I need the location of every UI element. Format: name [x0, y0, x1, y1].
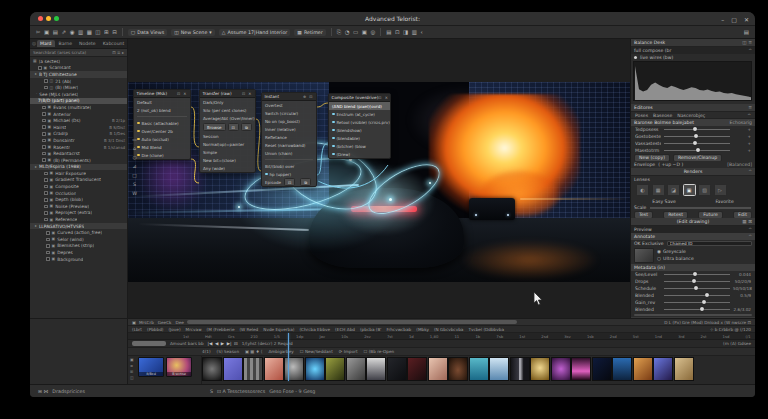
tree-row[interactable]: ▣ Curved (action_free)	[30, 229, 127, 236]
tree-row[interactable]: ▣ Gradient Translucent	[30, 177, 127, 184]
tree-row[interactable]: ▣ Reproject (extra)	[30, 210, 127, 217]
node-button[interactable]: ⊡	[284, 178, 295, 186]
panel-tab[interactable]: Kabcount	[100, 40, 128, 47]
node-port[interactable]	[137, 130, 140, 133]
layer-visibility-checkbox[interactable]	[42, 132, 46, 136]
layer-visibility-checkbox[interactable]	[46, 231, 50, 235]
toolbar-icon[interactable]: ▥	[412, 27, 417, 37]
viewport-tool-icon[interactable]: ○	[132, 155, 136, 160]
exclusive-input[interactable]	[667, 241, 752, 247]
track-icon[interactable]: ⊞	[130, 369, 136, 374]
toolbar-icon[interactable]: ⊟	[112, 27, 117, 37]
clip-thumbnail[interactable]	[264, 357, 284, 381]
node-wire[interactable]	[317, 143, 328, 175]
layer-visibility-checkbox[interactable]	[44, 205, 48, 209]
envelope-values[interactable]: ( +up ~D )	[658, 162, 683, 167]
toolbar-icon[interactable]: ▤	[386, 27, 391, 37]
remove-cleanup-button[interactable]: Remove/Cleanup	[673, 154, 722, 161]
tree-row[interactable]: ▣ Depres	[30, 249, 127, 256]
node-row[interactable]: hp (upper)	[262, 170, 316, 178]
slider-track[interactable]	[664, 309, 730, 310]
node-row[interactable]: Silo (per cent clones)	[200, 106, 255, 114]
node-port[interactable]	[332, 113, 335, 116]
timeline-header-label[interactable]: Dee	[176, 320, 184, 325]
node-port[interactable]	[265, 173, 268, 176]
node-row[interactable]: Overtest	[262, 101, 316, 109]
node-row[interactable]: Browse⊡⧉	[200, 122, 255, 132]
slider-track[interactable]	[664, 136, 730, 137]
clip-thumbnail[interactable]	[448, 357, 468, 381]
tree-row[interactable]: ▣ Noise (Preview)	[30, 203, 127, 210]
edit-drawing-header[interactable]: (Edit drawing) ▦ ⊠	[631, 218, 755, 226]
timeline-menu-item[interactable]: (ECH Abd	[335, 327, 355, 332]
slider-handle[interactable]	[693, 141, 697, 145]
transport-button[interactable]: ▶	[221, 341, 224, 346]
layer-visibility-checkbox[interactable]	[44, 79, 48, 83]
node-header[interactable]: Composite (overdrive)⊡ ✕	[329, 94, 390, 102]
slider-handle[interactable]	[692, 279, 696, 283]
layer-visibility-checkbox[interactable]	[44, 191, 48, 195]
toolbar-icon[interactable]: ⎘	[337, 27, 341, 37]
node-wire[interactable]	[317, 103, 328, 107]
toolbar-icon[interactable]: ▦	[87, 27, 92, 37]
status-left-icons[interactable]: ⊞ ⋈	[38, 389, 48, 394]
node-row[interactable]: Mid Blend	[134, 143, 190, 151]
effects-tab[interactable]: Baseose	[653, 113, 672, 118]
layer-visibility-checkbox[interactable]	[42, 125, 46, 129]
timeline-menu-item[interactable]: Nvde Eqverba)	[263, 327, 294, 332]
tree-row[interactable]: ◫ (B) (Mixer)	[30, 84, 127, 91]
envelope-mode[interactable]: [Balanced]	[727, 162, 752, 167]
renders-section-header[interactable]: Renders ^	[631, 168, 755, 176]
node-row[interactable]: Episode⊡⧉	[262, 178, 316, 186]
panel-scrollbar[interactable]	[634, 314, 752, 316]
layer-visibility-checkbox[interactable]	[38, 66, 42, 70]
layer-visibility-checkbox[interactable]	[42, 145, 46, 149]
tree-row[interactable]: ▣ Blemishes (strip)	[30, 243, 127, 250]
layer-visibility-checkbox[interactable]	[44, 185, 48, 189]
viewport-tool-icon[interactable]: S	[133, 182, 136, 187]
toolbar-icon[interactable]: ▤	[53, 27, 58, 37]
clip-thumbnail[interactable]	[469, 357, 489, 381]
layer-visibility-checkbox[interactable]	[44, 178, 48, 182]
transport-button[interactable]: ⊡	[234, 341, 238, 346]
section-menu-icon[interactable]: ≡	[748, 105, 752, 110]
layer-visibility-checkbox[interactable]	[42, 106, 46, 110]
tree-row[interactable]: 7(B/D (part) panel)	[30, 98, 127, 105]
node-row[interactable]: Average/Abt (Over/Inner)	[200, 114, 255, 122]
scopes-header-icons[interactable]: ◫ ≡	[742, 40, 752, 45]
clip-toolbar-item[interactable]: ▣ ▦ ♦ ⟨	[245, 349, 262, 354]
effects-section-header[interactable]: Editores ≡	[631, 104, 755, 112]
node-row[interactable]: (blendable)	[329, 134, 390, 142]
render-action-button[interactable]: Retest	[663, 211, 688, 218]
tree-row[interactable]: ▣ Hair Exposure	[30, 170, 127, 177]
minimize-icon[interactable]: –	[721, 16, 724, 23]
timeline-menu-right[interactable]: ⊹ b Crbbrb @ (/120	[710, 327, 751, 332]
search-input[interactable]: Searchbrat (arses scruta)	[33, 50, 86, 55]
clip-toolbar-item[interactable]: (S) Season	[217, 349, 239, 354]
tree-row[interactable]: ◫ 21 (Ab)	[30, 78, 127, 85]
node-row[interactable]: (Drew)	[329, 150, 390, 158]
node[interactable]: Instant⊕ ⊡OvertestSwitch (circular)No on…	[261, 92, 317, 187]
edit-drawing-icons[interactable]: ▦ ⊠	[742, 219, 752, 224]
clip-thumbnail[interactable]	[428, 357, 448, 381]
node-port[interactable]	[332, 129, 335, 132]
toolbar-icon[interactable]: ◉	[70, 27, 75, 37]
clip-toolbar-item[interactable]: ☐ (Bb re-Open	[364, 349, 395, 354]
clip-thumbnail[interactable]	[489, 357, 509, 381]
node-row[interactable]: (blendshow)	[329, 126, 390, 134]
node-row[interactable]: Default	[134, 98, 190, 106]
collapse-icon[interactable]: ^	[747, 113, 751, 118]
timeline-menu-item[interactable]: (Pbbbd)	[147, 327, 163, 332]
clip-thumbnail[interactable]	[510, 357, 530, 381]
timeline-header-label[interactable]: GeeCk	[158, 320, 172, 325]
toolbar-icon[interactable]: ◎	[370, 27, 375, 37]
panel-tab[interactable]: Nodete	[76, 40, 99, 47]
clip-toolbar-item[interactable]: ⟳ Import	[339, 349, 358, 354]
slider-track[interactable]	[664, 281, 730, 282]
layer-visibility-checkbox[interactable]	[42, 112, 46, 116]
chevron-up-icon[interactable]: ^	[748, 234, 752, 239]
clip-thumbnail[interactable]	[530, 357, 550, 381]
node-button[interactable]: ⧉	[241, 123, 252, 131]
render-action-button[interactable]: Test	[634, 211, 653, 218]
node-row[interactable]: (bitchie) (blow	[329, 142, 390, 150]
